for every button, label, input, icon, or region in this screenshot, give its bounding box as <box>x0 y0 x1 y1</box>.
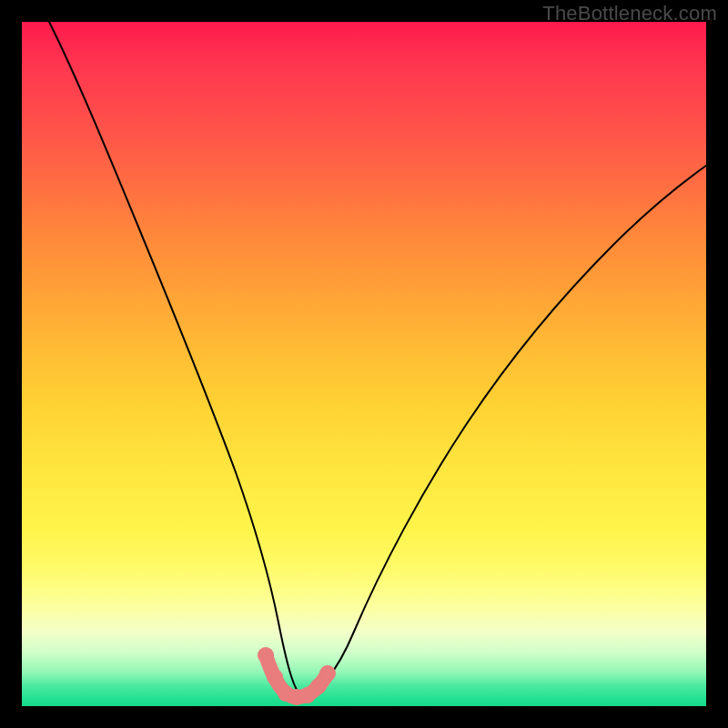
watermark-text: TheBottleneck.com <box>542 2 717 25</box>
bottleneck-curve <box>49 22 706 697</box>
marker-dot <box>267 669 283 685</box>
bottleneck-chart <box>22 22 706 706</box>
marker-dot <box>319 665 336 682</box>
marker-dot <box>258 647 274 663</box>
plot-frame <box>22 22 706 706</box>
